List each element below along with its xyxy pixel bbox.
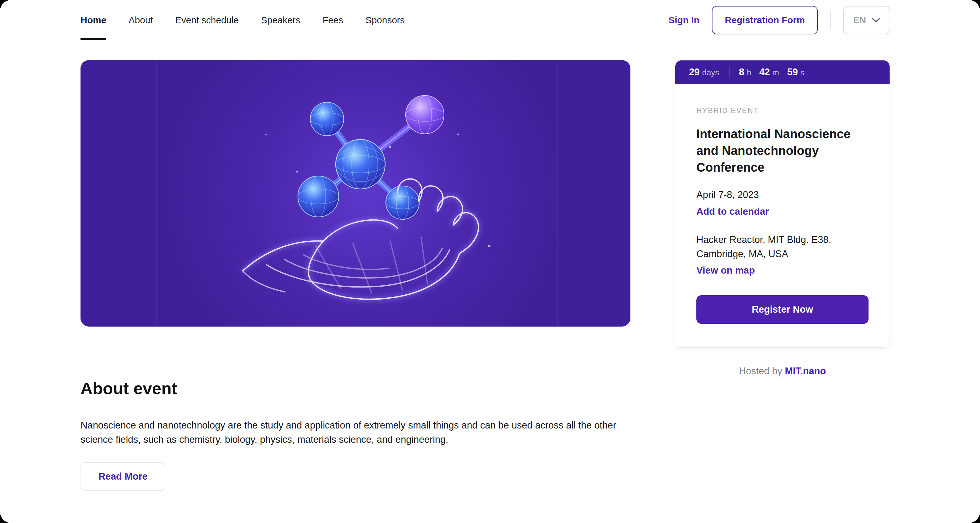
nav-item-about[interactable]: About [129, 0, 153, 40]
hosted-by-prefix: Hosted by [739, 365, 785, 376]
host-link[interactable]: MIT.nano [785, 365, 826, 376]
countdown-hours-unit: h [747, 68, 751, 77]
nav-divider [830, 11, 831, 29]
view-on-map-link[interactable]: View on map [696, 265, 755, 276]
read-more-button[interactable]: Read More [81, 462, 165, 491]
main-content: About event Nanoscience and nanotechnolo… [0, 40, 980, 491]
countdown-seconds-unit: s [800, 68, 805, 77]
event-type-label: HYBRID EVENT [696, 106, 869, 115]
nav-item-speakers[interactable]: Speakers [261, 0, 300, 40]
right-column: 29 days 8 h 42 m 59 s [675, 60, 890, 377]
nav-item-event-schedule[interactable]: Event schedule [175, 0, 239, 40]
countdown-minutes: 42 m [759, 67, 779, 78]
countdown-days-unit: days [702, 68, 719, 77]
event-location-line2: Cambridge, MA, USA [696, 247, 869, 261]
nav-actions: Sign In Registration Form EN [668, 6, 890, 34]
countdown-minutes-value: 42 [759, 67, 770, 78]
hero-banner [81, 60, 630, 327]
event-card-body: HYBRID EVENT International Nanoscience a… [675, 84, 889, 347]
language-label: EN [853, 15, 866, 26]
about-text: Nanoscience and nanotechnology are the s… [81, 418, 621, 447]
top-navigation: Home About Event schedule Speakers Fees … [0, 0, 980, 40]
event-title: International Nanoscience and Nanotechno… [696, 126, 869, 176]
registration-form-button[interactable]: Registration Form [712, 6, 818, 34]
nav-links: Home About Event schedule Speakers Fees … [81, 0, 405, 40]
page: Home About Event schedule Speakers Fees … [0, 0, 980, 523]
event-location-line1: Hacker Reactor, MIT Bldg. E38, [696, 233, 869, 247]
countdown-days-value: 29 [689, 67, 700, 78]
nav-item-fees[interactable]: Fees [323, 0, 344, 40]
countdown-divider [729, 67, 730, 77]
about-section: About event Nanoscience and nanotechnolo… [81, 379, 630, 491]
countdown-minutes-unit: m [773, 68, 780, 77]
countdown-bar: 29 days 8 h 42 m 59 s [675, 61, 889, 84]
countdown-seconds: 59 s [787, 67, 804, 78]
chevron-down-icon [872, 18, 880, 23]
sign-in-link[interactable]: Sign In [668, 15, 700, 26]
add-to-calendar-link[interactable]: Add to calendar [696, 206, 769, 217]
event-card: 29 days 8 h 42 m 59 s [675, 60, 890, 348]
event-location: Hacker Reactor, MIT Bldg. E38, Cambridge… [696, 233, 869, 261]
countdown-hours: 8 h [739, 67, 751, 78]
left-column: About event Nanoscience and nanotechnolo… [81, 60, 630, 491]
event-date: April 7-8, 2023 [696, 189, 869, 201]
nav-item-sponsors[interactable]: Sponsors [365, 0, 405, 40]
hero-illustration [81, 60, 630, 327]
register-now-button[interactable]: Register Now [696, 295, 869, 324]
countdown-days: 29 days [689, 67, 719, 78]
hosted-by: Hosted by MIT.nano [675, 365, 890, 377]
countdown-seconds-value: 59 [787, 67, 798, 78]
nav-item-home[interactable]: Home [81, 0, 106, 40]
countdown-hours-value: 8 [739, 67, 744, 78]
language-selector[interactable]: EN [843, 6, 890, 34]
about-heading: About event [81, 379, 630, 398]
